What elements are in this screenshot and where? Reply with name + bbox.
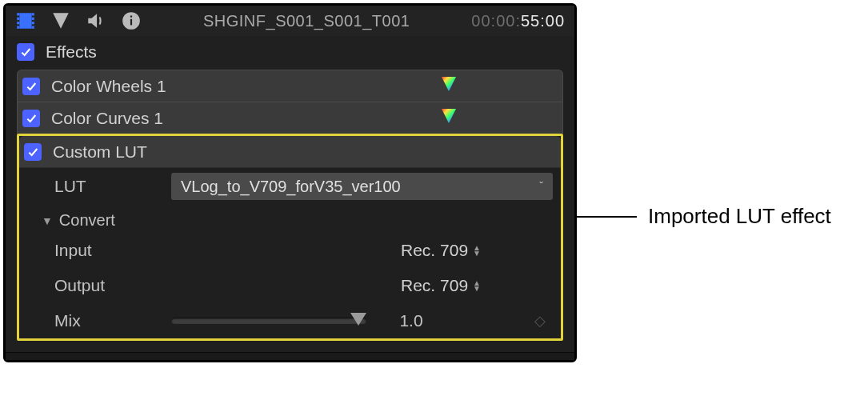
mix-value[interactable]: 1.0	[379, 311, 443, 330]
callout-text: Imported LUT effect	[648, 204, 831, 229]
annotation-callout: Imported LUT effect	[577, 204, 831, 229]
svg-rect-5	[17, 22, 19, 24]
svg-rect-13	[130, 16, 132, 18]
chevron-down-icon: ˇ	[539, 180, 543, 193]
svg-rect-4	[17, 18, 19, 20]
effects-title: Effects	[46, 42, 97, 62]
effect-row-color-wheels[interactable]: Color Wheels 1	[17, 70, 563, 102]
callout-leader-line	[577, 216, 637, 218]
info-tab-icon[interactable]	[121, 10, 142, 31]
effect-custom-lut-group: Custom LUT LUT VLog_to_V709_forV35_ver10…	[17, 134, 563, 341]
timecode: 00:00:55:00	[471, 12, 565, 30]
svg-rect-10	[32, 26, 34, 29]
effect-row-custom-lut[interactable]: Custom LUT	[19, 136, 561, 168]
effect-label: Color Curves 1	[51, 109, 428, 128]
svg-rect-6	[17, 26, 19, 29]
color-preset-icon[interactable]	[439, 107, 458, 129]
color-tab-icon[interactable]	[50, 10, 71, 31]
audio-tab-icon[interactable]	[86, 10, 106, 31]
clip-name: SHGINF_S001_S001_T001	[203, 12, 410, 30]
param-label: LUT	[54, 177, 158, 196]
effect-checkbox[interactable]	[22, 78, 40, 95]
stepper-icon: ▲▼	[473, 245, 481, 256]
video-tab-icon[interactable]	[15, 10, 36, 31]
param-label: Mix	[54, 311, 158, 330]
effect-label: Color Wheels 1	[51, 77, 428, 96]
keyframe-icon[interactable]: ◇	[530, 312, 550, 330]
effects-master-checkbox[interactable]	[17, 43, 34, 61]
color-preset-icon[interactable]	[439, 75, 458, 97]
input-popup[interactable]: Rec. 709 ▲▼	[401, 241, 481, 260]
param-row-output: Output Rec. 709 ▲▼	[19, 268, 561, 303]
svg-rect-12	[130, 19, 132, 26]
svg-rect-3	[17, 13, 19, 15]
param-row-mix: Mix 1.0 ◇	[19, 303, 561, 338]
svg-rect-8	[32, 18, 34, 20]
param-row-lut: LUT VLog_to_V709_forV35_ver100 ˇ	[19, 168, 561, 205]
svg-rect-7	[32, 13, 34, 15]
convert-label: Convert	[59, 211, 115, 230]
inspector-topbar: SHGINF_S001_S001_T001 00:00:55:00	[6, 6, 574, 36]
disclosure-triangle-icon: ▼	[42, 214, 53, 227]
convert-disclosure[interactable]: ▼ Convert	[19, 205, 561, 233]
effects-section-header: Effects	[6, 36, 574, 70]
param-row-input: Input Rec. 709 ▲▼	[19, 233, 561, 268]
stepper-icon: ▲▼	[473, 280, 481, 291]
svg-rect-9	[32, 22, 34, 24]
effect-label: Custom LUT	[53, 142, 553, 162]
effect-row-color-curves[interactable]: Color Curves 1	[17, 102, 563, 134]
output-popup[interactable]: Rec. 709 ▲▼	[401, 276, 481, 295]
param-label: Output	[54, 276, 158, 295]
lut-dropdown[interactable]: VLog_to_V709_forV35_ver100 ˇ	[171, 173, 553, 200]
mix-slider[interactable]	[171, 318, 366, 324]
lut-dropdown-value: VLog_to_V709_forV35_ver100	[181, 178, 401, 196]
effect-checkbox[interactable]	[22, 110, 40, 127]
param-label: Input	[54, 241, 158, 260]
panel-footer	[6, 352, 574, 360]
inspector-panel: SHGINF_S001_S001_T001 00:00:55:00 Effect…	[3, 3, 577, 362]
effect-checkbox[interactable]	[24, 143, 42, 161]
